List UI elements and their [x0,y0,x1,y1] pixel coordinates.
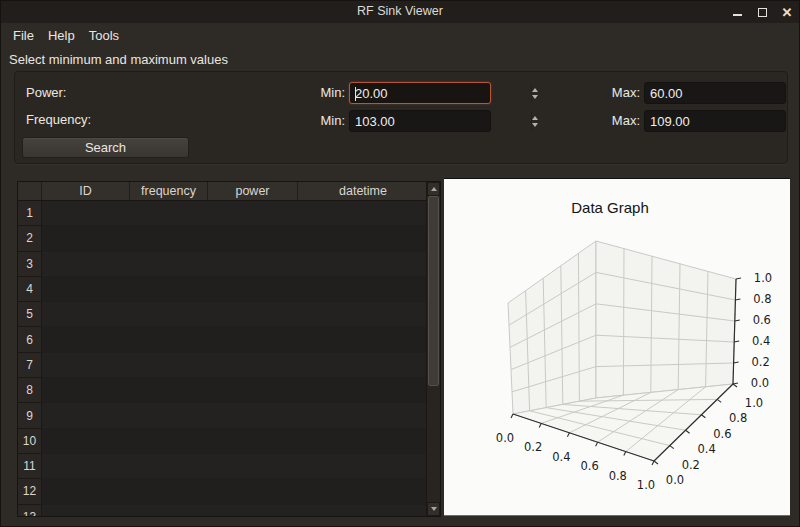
row-header[interactable]: 3 [18,252,42,277]
table-row[interactable]: 4 [18,277,428,302]
svg-text:1.0: 1.0 [754,271,772,285]
row-cells [42,327,428,352]
power-max-spinbox[interactable] [644,82,786,104]
close-button[interactable]: ✕ [781,6,793,18]
scrollbar-track[interactable] [427,196,440,502]
row-cells [42,403,428,428]
frequency-max-input[interactable] [645,111,800,131]
row-header[interactable]: 12 [18,479,42,504]
minimize-icon [733,14,742,16]
row-header[interactable]: 10 [18,429,42,454]
scrollbar-thumb[interactable] [428,196,439,386]
table-row[interactable]: 1 [18,201,428,226]
table-scrollbar[interactable] [426,182,440,516]
table-row[interactable]: 6 [18,327,428,352]
row-header[interactable]: 11 [18,454,42,479]
row-cells [42,252,428,277]
frequency-min-spinbox[interactable] [349,110,491,132]
table-body: 12345678910111213 [18,201,428,516]
row-cells [42,226,428,251]
spin-down-icon [532,95,538,99]
frequency-min-label: Min: [315,110,345,132]
scroll-down-button[interactable] [427,502,440,516]
svg-text:0.6: 0.6 [580,459,598,473]
table-row[interactable]: 5 [18,302,428,327]
row-cells [42,277,428,302]
table-row[interactable]: 13 [18,505,428,516]
power-max-input[interactable] [645,83,800,103]
table-row[interactable]: 11 [18,454,428,479]
svg-text:0.0: 0.0 [666,473,684,487]
filter-group-label: Select minimum and maximum values [9,52,228,67]
row-header[interactable]: 7 [18,353,42,378]
3d-plot: 0.00.20.40.60.81.00.00.20.40.60.81.00.00… [444,179,790,517]
svg-text:0.2: 0.2 [524,440,542,454]
svg-text:1.0: 1.0 [745,396,763,410]
svg-text:0.4: 0.4 [697,442,715,456]
row-header[interactable]: 4 [18,277,42,302]
filter-groupbox: Power: Min: Max: Frequency: Min: [14,71,788,164]
row-cells [42,353,428,378]
search-button[interactable]: Search [22,137,189,158]
row-header[interactable]: 9 [18,403,42,428]
text-caret [355,87,356,101]
table-row[interactable]: 10 [18,429,428,454]
minimize-button[interactable] [731,6,743,18]
power-min-spinbox[interactable] [349,82,491,104]
menu-tools[interactable]: Tools [89,28,119,43]
table-row[interactable]: 12 [18,479,428,504]
frequency-max-spinbox[interactable] [644,110,786,132]
table-header: ID frequency power datetime [18,182,428,201]
table-row[interactable]: 2 [18,226,428,251]
frequency-min-input[interactable] [350,111,531,131]
menu-file[interactable]: File [13,28,34,43]
row-header[interactable]: 5 [18,302,42,327]
power-min-spin-arrows[interactable] [531,83,538,103]
frequency-min-spin-arrows[interactable] [531,111,538,131]
scroll-up-button[interactable] [427,182,440,196]
svg-text:0.2: 0.2 [682,458,700,472]
row-header[interactable]: 1 [18,201,42,226]
svg-text:0.8: 0.8 [609,469,627,483]
column-header-id[interactable]: ID [42,182,130,200]
svg-text:0.4: 0.4 [552,450,570,464]
row-cells [42,378,428,403]
column-header-datetime[interactable]: datetime [298,182,428,200]
titlebar[interactable]: RF Sink Viewer ✕ [1,1,799,23]
graph-panel: Data Graph 0.00.20.40.60.81.00.00.20.40.… [444,178,790,516]
menu-help[interactable]: Help [48,28,75,43]
table-row[interactable]: 7 [18,353,428,378]
power-max-label: Max: [610,82,640,104]
svg-text:0.8: 0.8 [729,411,747,425]
column-header-power[interactable]: power [208,182,298,200]
row-cells [42,302,428,327]
table-row[interactable]: 9 [18,403,428,428]
row-header[interactable]: 2 [18,226,42,251]
frequency-label: Frequency: [26,112,91,127]
menubar: File Help Tools [3,23,797,47]
svg-text:0.2: 0.2 [751,355,769,369]
results-table: ID frequency power datetime 123456789101… [17,181,441,517]
svg-text:1.0: 1.0 [637,478,655,492]
table-row[interactable]: 8 [18,378,428,403]
row-header[interactable]: 8 [18,378,42,403]
maximize-icon [758,8,767,17]
spin-up-icon [532,88,538,92]
column-header-frequency[interactable]: frequency [130,182,208,200]
svg-text:0.0: 0.0 [751,376,769,390]
window-title: RF Sink Viewer [1,4,799,18]
svg-text:0.8: 0.8 [753,292,771,306]
row-cells [42,454,428,479]
table-row[interactable]: 3 [18,252,428,277]
row-cells [42,429,428,454]
svg-text:0.6: 0.6 [753,313,771,327]
power-min-input[interactable] [350,83,531,103]
maximize-button[interactable] [756,6,768,18]
spin-down-icon [532,123,538,127]
corner-header-cell [18,182,42,200]
row-header[interactable]: 13 [18,505,42,516]
svg-text:0.0: 0.0 [496,431,514,445]
svg-text:0.4: 0.4 [752,334,770,348]
row-cells [42,201,428,226]
row-header[interactable]: 6 [18,327,42,352]
